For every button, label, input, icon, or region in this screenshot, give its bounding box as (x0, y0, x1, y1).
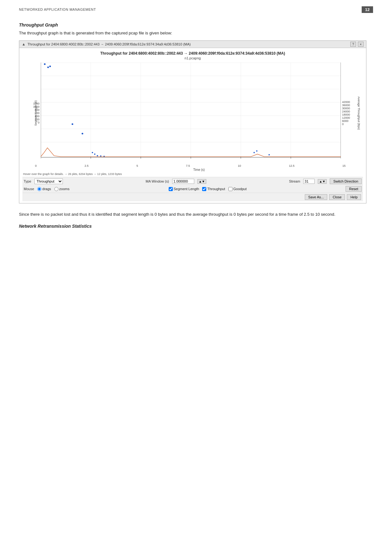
ma-window-stepper[interactable]: ▲▼ (197, 179, 206, 184)
mouse-zooms-radio[interactable] (54, 187, 58, 191)
titlebar-controls: ? × (350, 42, 364, 47)
help-button[interactable]: Help (347, 194, 361, 200)
throughput-checkbox[interactable] (202, 187, 206, 191)
y-axis-left-label: Segment Length (B) (34, 100, 37, 126)
type-select[interactable]: Throughput (34, 178, 63, 184)
svg-point-27 (92, 152, 93, 153)
save-as-button[interactable]: Save As... (305, 194, 328, 200)
throughput-heading: Throughput Graph (19, 22, 373, 27)
graph-hover-info: Hover over the graph for details. → 26 p… (22, 172, 363, 176)
graph-plot (41, 63, 341, 164)
svg-point-25 (72, 123, 73, 125)
graph-wrapper: Segment Length (B) 1200 1000 800 600 400… (22, 63, 363, 164)
svg-point-24 (49, 66, 51, 67)
close-graph-button[interactable]: Close (329, 194, 345, 200)
mouse-drags-label: drags (37, 187, 51, 191)
segment-length-checkbox-label: Segment Length (169, 187, 199, 191)
svg-point-34 (268, 154, 270, 155)
graph-main-title: Throughput for 2404:6800:4002:80b::2002:… (22, 51, 363, 56)
segment-length-checkbox[interactable] (169, 187, 173, 191)
body-paragraph: Since there is no packet lost and thus i… (19, 211, 373, 218)
graph-subtitle: n1.pcapng (22, 56, 363, 60)
svg-point-22 (44, 63, 45, 65)
graph-titlebar-title: Throughput for 2404:6800:4002:80b::2002:… (27, 42, 350, 46)
stream-label: Stream (289, 179, 300, 183)
ma-window-input[interactable] (172, 179, 194, 184)
x-axis-label: Time (s) (35, 168, 363, 172)
graph-titlebar: ▲ Throughput for 2404:6800:4002:80b::200… (19, 41, 366, 48)
svg-point-26 (81, 133, 83, 135)
svg-point-23 (47, 67, 49, 68)
switch-direction-button[interactable]: Switch Direction (330, 178, 362, 184)
mouse-label: Mouse (24, 187, 34, 191)
page-number: 12 (362, 6, 373, 13)
throughput-checkbox-label: Throughput (202, 187, 225, 191)
x-axis-ticks: 0 2.5 5 7.5 10 12.5 15 (35, 164, 346, 167)
y-axis-left-container: Segment Length (B) 1200 1000 800 600 400… (22, 63, 41, 164)
throughput-description: The throughput graph is that is generate… (19, 31, 373, 35)
y-axis-right-container: 42000 36000 30000 24000 18000 12000 6000… (341, 63, 363, 164)
page-title: NETWORKED APPLICATION MANAGEMENT (19, 8, 96, 11)
ma-window-label: MA Window (s) (146, 179, 169, 183)
reset-button[interactable]: Reset (346, 186, 362, 192)
y-axis-right-ticks: 42000 36000 30000 24000 18000 12000 6000… (341, 100, 358, 126)
throughput-graph-window: ▲ Throughput for 2404:6800:4002:80b::200… (19, 40, 366, 203)
stream-input[interactable] (303, 179, 315, 184)
page-header: NETWORKED APPLICATION MANAGEMENT 12 (19, 6, 373, 13)
svg-point-33 (256, 150, 257, 152)
type-label: Type (24, 179, 31, 183)
goodput-checkbox[interactable] (228, 187, 232, 191)
mouse-drags-radio[interactable] (37, 187, 41, 191)
y-axis-right-label: Average Throughput (Bps) (357, 96, 360, 130)
question-button[interactable]: ? (350, 42, 356, 47)
goodput-checkbox-label: Goodput (228, 187, 247, 191)
graph-bottom-row: Save As... Close Help (22, 193, 363, 201)
stream-stepper[interactable]: ▲▼ (318, 179, 327, 184)
graph-controls-row1: Type Throughput MA Window (s) ▲▼ Stream … (22, 177, 363, 185)
graph-controls-row2: Mouse drags zooms Segment Length Through… (22, 185, 363, 193)
svg-point-28 (94, 154, 95, 155)
svg-point-32 (253, 152, 255, 153)
graph-svg (41, 63, 341, 164)
svg-point-29 (97, 155, 98, 156)
mouse-zooms-label: zooms (54, 187, 69, 191)
graph-icon: ▲ (22, 42, 26, 46)
graph-content: Throughput for 2404:6800:4002:80b::2002:… (19, 48, 366, 203)
close-window-button[interactable]: × (358, 42, 364, 47)
network-section-heading: Network Retransmission Statistics (19, 224, 373, 229)
